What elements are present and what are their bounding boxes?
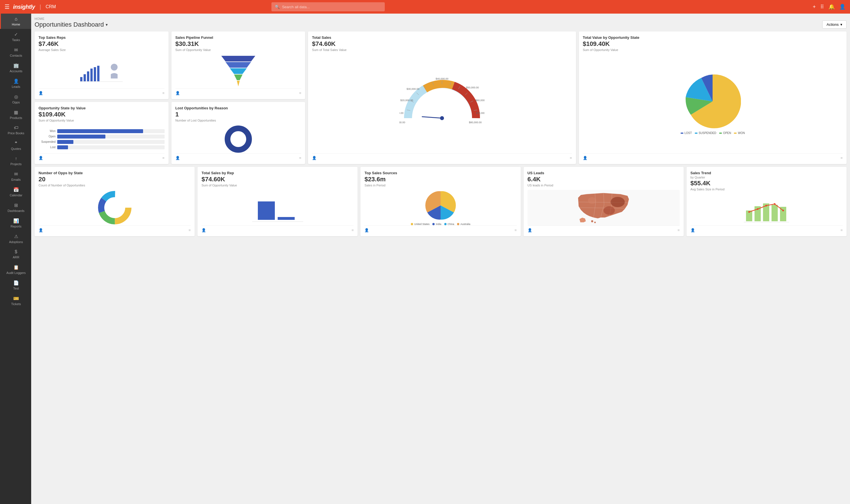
card-us-leads: US Leads 6.4K US leads in Period <box>524 167 684 236</box>
dashboards-icon: ⊞ <box>14 202 18 208</box>
sidebar-item-dashboards[interactable]: ⊞ Dashboards <box>0 200 31 215</box>
hamburger-icon[interactable]: ☰ <box>4 3 10 10</box>
search-bar[interactable]: 🔍 Search all data... <box>271 2 385 11</box>
person-icon: 👤 <box>583 156 587 160</box>
sidebar-item-contacts[interactable]: ✉ Contacts <box>0 44 31 60</box>
card-footer: 👤 ≡ <box>175 88 302 95</box>
funnel-chart <box>175 54 302 88</box>
sidebar-label: Accounts <box>10 69 22 73</box>
card-footer: 👤 ≡ <box>312 153 572 160</box>
sidebar-item-arr[interactable]: $ ARR <box>0 247 31 262</box>
pie-chart: LOST SUSPENDED OPEN WON <box>583 54 843 153</box>
legend-label: Australia <box>460 223 470 226</box>
table-icon[interactable]: ≡ <box>570 156 572 160</box>
bar-row: Open <box>38 134 165 139</box>
sidebar-label: Tasks <box>12 38 20 42</box>
bar-chart <box>201 190 354 226</box>
user-avatar[interactable]: 👤 <box>839 4 846 10</box>
table-icon[interactable]: ≡ <box>162 91 165 95</box>
sidebar-item-opps[interactable]: ◎ Opps <box>0 91 31 107</box>
svg-point-56 <box>757 208 759 210</box>
sidebar-item-calendar[interactable]: 📅 Calendar <box>0 184 31 200</box>
svg-point-45 <box>611 197 625 207</box>
sidebar-label: Opps <box>12 101 20 104</box>
svg-point-57 <box>765 205 767 206</box>
svg-rect-42 <box>258 201 275 220</box>
quotes-icon: ❝ <box>15 141 17 146</box>
sidebar-label: Dashboards <box>8 209 24 213</box>
table-icon[interactable]: ≡ <box>162 156 165 160</box>
legend-india: India <box>432 223 441 226</box>
page-title-row: Opportunities Dashboard ▾ Actions ▾ <box>35 20 847 29</box>
sidebar-item-quotes[interactable]: ❝ Quotes <box>0 138 31 153</box>
sidebar-item-adoptions[interactable]: ⚠ Adoptions <box>0 231 31 247</box>
card-value: 6.4K <box>528 176 680 183</box>
sidebar-item-leads[interactable]: 👤 Leads <box>0 76 31 91</box>
card-footer: 👤 ≡ <box>38 153 165 160</box>
card-title: Sales Trend <box>690 171 843 175</box>
actions-button[interactable]: Actions ▾ <box>822 20 847 29</box>
svg-rect-4 <box>94 67 96 81</box>
svg-text:$40,000.00: $40,000.00 <box>435 77 448 80</box>
sidebar-item-projects[interactable]: ↑ Projects <box>0 153 31 168</box>
funnel-svg <box>218 54 258 88</box>
legend-won: WON <box>734 131 745 134</box>
tickets-icon: 🎫 <box>13 296 19 301</box>
table-icon[interactable]: ≡ <box>677 228 680 232</box>
sidebar-item-tasks[interactable]: ✓ Tasks <box>0 29 31 44</box>
table-icon[interactable]: ≡ <box>299 156 302 160</box>
us-map <box>528 190 680 226</box>
sidebar-item-accounts[interactable]: 🏢 Accounts <box>0 60 31 76</box>
sidebar-label: Calendar <box>10 194 22 197</box>
svg-point-58 <box>774 203 776 205</box>
svg-rect-53 <box>772 205 778 221</box>
svg-point-55 <box>748 211 750 213</box>
add-icon[interactable]: + <box>813 4 816 10</box>
dashboard-grid: Top Sales Reps $7.46K Average Sales Size <box>35 32 847 167</box>
svg-text:$10,000.00: $10,000.00 <box>399 112 403 114</box>
sidebar-item-products[interactable]: ▦ Products <box>0 107 31 122</box>
chart-area <box>38 54 165 88</box>
sidebar-item-audit[interactable]: 📋 Audit Loggers <box>0 262 31 277</box>
donut-chart <box>38 190 191 226</box>
sidebar-item-test[interactable]: 📄 Test <box>0 277 31 293</box>
table-icon[interactable]: ≡ <box>189 228 191 232</box>
person-icon: 👤 <box>38 228 43 232</box>
svg-point-41 <box>105 197 125 218</box>
dropdown-arrow-icon: ▾ <box>106 22 108 27</box>
svg-point-49 <box>594 221 596 223</box>
table-icon[interactable]: ≡ <box>351 228 354 232</box>
card-subtitle: Sum of Total Sales Value <box>312 48 572 52</box>
card-value: $109.40K <box>583 40 843 48</box>
card-value: 1 <box>175 111 302 118</box>
card-footer: 👤 ≡ <box>583 153 843 160</box>
card-subtitle: Sum of Opportunity Value <box>583 48 843 52</box>
sidebar-label: Audit Loggers <box>6 271 26 274</box>
vertical-bar-svg <box>252 200 303 223</box>
sidebar-label: Adoptions <box>9 240 23 244</box>
card-value: $30.31K <box>175 40 302 48</box>
notification-icon[interactable]: 🔔 <box>829 4 835 10</box>
legend-us: United States <box>411 223 430 226</box>
svg-text:$20,000.00: $20,000.00 <box>400 99 413 102</box>
person-icon: 👤 <box>175 91 180 95</box>
sidebar-item-emails[interactable]: ✉ Emails <box>0 168 31 184</box>
sidebar-item-tickets[interactable]: 🎫 Tickets <box>0 293 31 308</box>
table-icon[interactable]: ≡ <box>299 91 302 95</box>
table-icon[interactable]: ≡ <box>840 156 843 160</box>
card-footer: 👤 ≡ <box>528 226 680 232</box>
bar-row: Won <box>38 129 165 133</box>
svg-rect-3 <box>90 69 93 81</box>
card-subtitle: Sales in Period <box>364 184 517 187</box>
sidebar-item-price-books[interactable]: 🏷 Price Books <box>0 122 31 138</box>
tasks-icon: ✓ <box>14 32 18 37</box>
card-title: Opportunity State by Value <box>38 106 165 110</box>
grid-icon[interactable]: ⠿ <box>820 4 824 10</box>
table-icon[interactable]: ≡ <box>514 228 517 232</box>
sidebar-item-reports[interactable]: 📊 Reports <box>0 215 31 231</box>
svg-marker-11 <box>234 74 242 80</box>
svg-text:$80,000.00: $80,000.00 <box>469 121 482 124</box>
table-icon[interactable]: ≡ <box>840 228 843 232</box>
sidebar-item-home[interactable]: ⌂ Home <box>0 14 31 29</box>
legend-label: OPEN <box>723 131 731 134</box>
